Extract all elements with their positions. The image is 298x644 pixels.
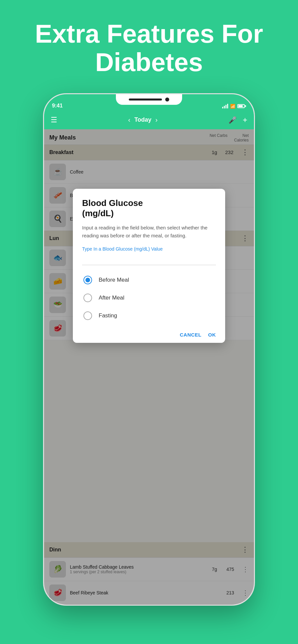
radio-item-fasting[interactable]: Fasting: [82, 307, 216, 324]
power-button: [254, 177, 255, 203]
radio-circle-before-meal: [83, 276, 92, 284]
add-entry-button[interactable]: +: [243, 115, 247, 125]
radio-circle-fasting: [83, 311, 92, 320]
app-bar-icons: 🎤 +: [228, 115, 247, 125]
phone-content: My Meals Net Carbs NetCalories Breakfast…: [44, 129, 254, 605]
hamburger-icon[interactable]: ☰: [51, 116, 57, 124]
blood-glucose-input[interactable]: [82, 254, 216, 265]
radio-item-before-meal[interactable]: Before Meal: [82, 272, 216, 288]
fasting-label: Fasting: [99, 312, 117, 319]
dialog-title: Blood Glucose(mg/dL): [82, 198, 216, 219]
dialog-overlay: Blood Glucose(mg/dL) Input a reading in …: [44, 129, 254, 605]
battery-icon: [237, 104, 246, 108]
nav-prev-button[interactable]: ‹: [128, 116, 130, 124]
after-meal-label: After Meal: [99, 295, 124, 301]
notch-bar: [129, 99, 162, 101]
microphone-icon[interactable]: 🎤: [228, 116, 237, 124]
blood-glucose-dialog: Blood Glucose(mg/dL) Input a reading in …: [73, 189, 225, 343]
phone-mockup: 9:41 📶 ☰ ‹: [43, 93, 255, 606]
notch-camera: [165, 98, 169, 101]
status-icons: 📶: [222, 104, 246, 109]
dialog-actions: CANCEL OK: [82, 327, 216, 343]
nav-title: Today: [134, 116, 152, 123]
phone-wrapper: 9:41 📶 ☰ ‹: [0, 90, 298, 606]
phone-notch: [116, 94, 182, 105]
radio-inner-before-meal: [85, 278, 90, 282]
signal-icon: [222, 104, 228, 108]
status-time: 9:41: [52, 103, 63, 109]
nav-next-button[interactable]: ›: [155, 116, 158, 124]
dialog-description: Input a reading in the field below, then…: [82, 224, 216, 240]
radio-circle-after-meal: [83, 294, 92, 302]
hero-title: Extra Features For Diabetes: [0, 0, 298, 90]
before-meal-label: Before Meal: [99, 277, 129, 283]
meal-timing-radio-group: Before Meal After Meal Fasting: [82, 272, 216, 324]
app-bar-nav: ‹ Today ›: [128, 116, 158, 124]
wifi-icon: 📶: [230, 104, 235, 109]
hero-section: Extra Features For Diabetes: [0, 0, 298, 90]
app-bar: ☰ ‹ Today › 🎤 +: [44, 111, 254, 129]
radio-item-after-meal[interactable]: After Meal: [82, 290, 216, 306]
dialog-input-label[interactable]: Type In a Blood Glucose (mg/dL) Value: [82, 246, 216, 252]
cancel-button[interactable]: CANCEL: [180, 332, 202, 338]
ok-button[interactable]: OK: [208, 332, 216, 338]
